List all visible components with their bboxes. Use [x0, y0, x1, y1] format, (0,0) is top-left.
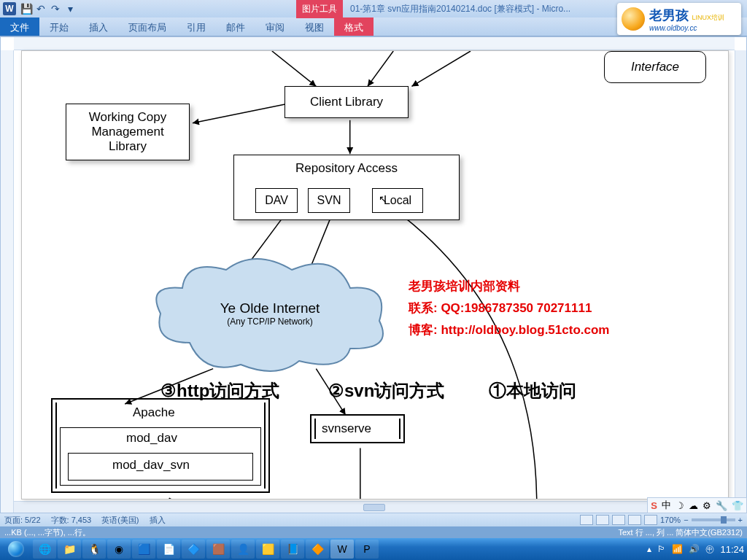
taskbar-ppt-icon[interactable]: P	[355, 540, 379, 559]
tab-format[interactable]: 格式	[334, 18, 374, 36]
view-fullscreen-icon[interactable]	[596, 515, 609, 525]
box-local: Local ↖	[372, 188, 423, 213]
taskbar-ie-icon[interactable]: 🌐	[33, 540, 56, 559]
logo-url: www.oldboy.cc	[649, 24, 724, 32]
windows-orb-icon	[8, 541, 24, 557]
svg-line-9	[169, 498, 213, 499]
tab-mailings[interactable]: 邮件	[216, 18, 255, 36]
taskbar-qq-icon[interactable]: 🐧	[82, 540, 106, 559]
svg-line-1	[368, 51, 393, 86]
tab-home[interactable]: 开始	[39, 18, 79, 36]
cloud-internet: Ye Olde Internet (Any TCP/IP Network)	[146, 255, 394, 379]
logo-ball-icon	[622, 7, 645, 31]
document-title: 01-第1章 svn应用指南20140214.doc [兼容模式] - Micr…	[343, 3, 570, 15]
document-page[interactable]: Interface Client Library Working Copy Ma…	[21, 50, 729, 499]
box-dav: DAV	[255, 188, 298, 213]
tray-ime-icon[interactable]: ㊥	[705, 543, 714, 556]
svg-line-0	[272, 51, 316, 86]
taskbar-explorer-icon[interactable]: 📁	[58, 540, 81, 559]
taskbar-chrome-icon[interactable]: ◉	[107, 540, 131, 559]
tab-layout[interactable]: 页面布局	[118, 18, 177, 36]
tab-file[interactable]: 文件	[0, 18, 39, 36]
view-web-icon[interactable]	[612, 515, 625, 525]
svnserve-label: svnserve	[322, 421, 371, 436]
zoom-slider[interactable]	[692, 518, 735, 521]
tray-flag-icon[interactable]: 🏳	[657, 544, 666, 554]
undo-icon[interactable]: ↶	[34, 1, 48, 16]
background-app-statusbar: ...KB (..., ...字节), ...行。 Text 行 ..., 列 …	[0, 526, 747, 538]
red-info-line3: 博客: http://oldboy.blog.51cto.com	[409, 319, 609, 341]
qat-dropdown-icon[interactable]: ▾	[63, 1, 77, 16]
ime-cloud-icon[interactable]: ☁	[689, 500, 698, 511]
status-language[interactable]: 英语(美国)	[101, 515, 139, 526]
view-draft-icon[interactable]	[644, 515, 657, 525]
box-local-label: Local	[384, 194, 411, 207]
svg-line-2	[411, 51, 471, 86]
tray-volume-icon[interactable]: 🔊	[689, 544, 700, 554]
taskbar-app5-icon[interactable]: 🟨	[256, 540, 279, 559]
tray-network-icon[interactable]: 📶	[672, 544, 683, 554]
vertical-ruler[interactable]	[1, 50, 14, 513]
mod-dav-svn-label: mod_dav_svn	[112, 458, 190, 472]
tab-references[interactable]: 引用	[177, 18, 216, 36]
taskbar-app6-icon[interactable]: 📘	[281, 540, 304, 559]
ime-wrench-icon[interactable]: 🔧	[716, 500, 727, 511]
bg-status-left: ...KB (..., ...字节), ...行。	[4, 527, 90, 538]
box-apache: Apache mod_dav mod_dav_svn	[51, 398, 270, 493]
taskbar-word-icon[interactable]: W	[330, 540, 354, 559]
vertical-scrollbar[interactable]	[735, 50, 746, 513]
svn-architecture-diagram: Interface Client Library Working Copy Ma…	[22, 51, 728, 499]
annotation-svn: ②svn访问方式	[328, 379, 444, 402]
view-outline-icon[interactable]	[628, 515, 641, 525]
box-svn: SVN	[308, 188, 350, 213]
status-page[interactable]: 页面: 5/22	[4, 515, 41, 526]
tray-expand-icon[interactable]: ▴	[647, 544, 651, 554]
view-print-layout-icon[interactable]	[580, 515, 593, 525]
tab-insert[interactable]: 插入	[79, 18, 118, 36]
taskbar-app3-icon[interactable]: 🟫	[206, 540, 230, 559]
ime-moon-icon[interactable]: ☽	[676, 500, 684, 511]
system-tray[interactable]: ▴ 🏳 📶 🔊 ㊥ 11:24	[647, 543, 747, 556]
redo-icon[interactable]: ↷	[48, 1, 63, 16]
status-bar: 页面: 5/22 字数: 7,453 英语(美国) 插入 170% − +	[0, 513, 747, 526]
box-working-copy-lib: Working Copy Management Library	[66, 104, 190, 160]
ime-zhong[interactable]: 中	[662, 499, 671, 512]
taskbar-app2-icon[interactable]: 🔷	[182, 540, 205, 559]
svg-line-3	[193, 103, 294, 123]
cursor-icon: ↖	[379, 193, 387, 205]
contextual-tab-label: 图片工具	[296, 0, 343, 18]
zoom-level[interactable]: 170%	[660, 516, 681, 524]
horizontal-ruler[interactable]	[14, 37, 735, 50]
save-icon[interactable]: 💾	[19, 1, 34, 16]
tab-view[interactable]: 视图	[295, 18, 334, 36]
ime-skin-icon[interactable]: 👕	[732, 500, 743, 511]
box-mod-dav-svn: mod_dav_svn	[68, 453, 253, 481]
scrollbar-thumb[interactable]	[363, 504, 385, 511]
cloud-subtitle: (Any TCP/IP Network)	[146, 316, 394, 327]
ime-s-icon[interactable]: S	[651, 500, 657, 511]
tab-review[interactable]: 审阅	[255, 18, 295, 36]
status-insert-mode[interactable]: 插入	[150, 515, 166, 526]
word-app-icon: W	[3, 2, 16, 15]
document-area: Interface Client Library Working Copy Ma…	[0, 36, 747, 513]
box-client-library: Client Library	[285, 86, 409, 118]
start-button[interactable]	[0, 538, 32, 560]
status-words[interactable]: 字数: 7,453	[51, 515, 92, 526]
box-interface: Interface	[604, 51, 706, 83]
apache-label: Apache	[133, 405, 175, 420]
taskbar-app4-icon[interactable]: 👤	[231, 540, 255, 559]
bg-status-right: Text 行 ..., 列 ... 简体中文(GB2312)	[618, 527, 743, 538]
horizontal-scrollbar[interactable]	[14, 501, 735, 513]
red-info-line1: 老男孩培训内部资料	[409, 276, 609, 298]
tray-clock[interactable]: 11:24	[720, 544, 744, 555]
red-info-line2: 联系: QQ:1986787350 70271111	[409, 298, 609, 319]
zoom-out-icon[interactable]: −	[684, 516, 688, 524]
ime-gear-icon[interactable]: ⚙	[703, 500, 711, 511]
windows-taskbar[interactable]: 🌐 📁 🐧 ◉ 🟦 📄 🔷 🟫 👤 🟨 📘 🔶 W P ▴ 🏳 📶 🔊 ㊥ 11…	[0, 538, 747, 560]
taskbar-app1-icon[interactable]: 🟦	[132, 540, 155, 559]
zoom-in-icon[interactable]: +	[738, 516, 743, 524]
ime-toolbar[interactable]: S 中 ☽ ☁ ⚙ 🔧 👕	[647, 497, 747, 513]
red-info-block: 老男孩培训内部资料 联系: QQ:1986787350 70271111 博客:…	[409, 276, 609, 341]
taskbar-app7-icon[interactable]: 🔶	[306, 540, 329, 559]
taskbar-notepad-icon[interactable]: 📄	[157, 540, 180, 559]
